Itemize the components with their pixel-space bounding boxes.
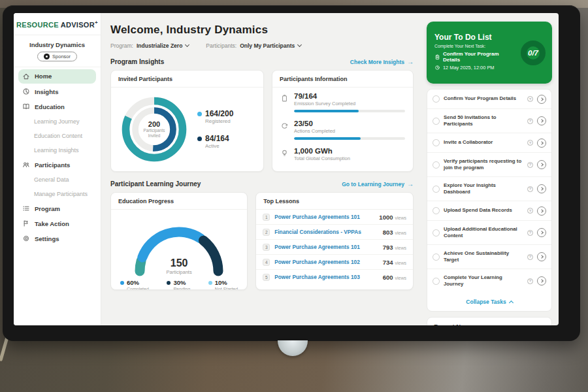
task-checkbox[interactable]: [433, 253, 440, 261]
arrow-right-icon: →: [407, 180, 414, 188]
arrow-right-icon: →: [407, 58, 414, 65]
sidebar-item-settings[interactable]: Settings: [14, 231, 101, 246]
participants-filter-label: Participants:: [206, 42, 237, 49]
task-checkbox[interactable]: [433, 278, 440, 285]
legend-completed: 60% Completed: [120, 280, 149, 290]
todo-progress-ring: 0/7: [521, 41, 546, 65]
consumption-stat: 1,000 GWh Total Global Consumption: [272, 142, 413, 164]
actions-completed-stat: 23/50 Actions Completed: [272, 115, 413, 142]
sidebar-item-program[interactable]: Program: [14, 201, 101, 216]
task-chevron-button[interactable]: [537, 252, 546, 261]
program-filter-label: Program:: [110, 42, 133, 49]
lesson-link[interactable]: Financial Considerations - VPPAs: [274, 229, 382, 235]
task-checkbox[interactable]: [433, 161, 440, 169]
lesson-row[interactable]: 3 Power Purchase Agreements 101 793views: [256, 240, 413, 255]
lesson-link[interactable]: Power Purchase Agreements 101: [274, 244, 382, 250]
task-row[interactable]: Confirm Your Program Details ?: [427, 90, 551, 109]
info-icon: ?: [527, 186, 533, 192]
education-progress-card: Education Progress 150 Participants 60% …: [110, 192, 248, 290]
clock-icon: [434, 65, 440, 71]
lesson-row[interactable]: 2 Financial Considerations - VPPAs 803vi…: [256, 225, 413, 240]
task-checkbox[interactable]: [433, 118, 440, 125]
invited-participants-title: Invited Participants: [111, 71, 263, 88]
invited-donut-chart: 200 Participants Invited: [116, 91, 192, 167]
todo-task-list: Confirm Your Program Details ? Send 50 I…: [427, 89, 552, 312]
task-row[interactable]: Invite a Collaborator ?: [427, 133, 551, 153]
task-row[interactable]: Explore Your Insights Dashboard ?: [427, 177, 551, 201]
sidebar-item-learning-journey[interactable]: Learning Journey: [14, 114, 101, 129]
todo-title: Your To Do List: [434, 33, 517, 42]
info-icon: ?: [527, 208, 533, 214]
info-icon: ?: [527, 140, 533, 146]
sidebar-item-education-content[interactable]: Education Content: [14, 129, 101, 143]
task-row[interactable]: Upload Additional Educational Content ?: [427, 221, 551, 245]
gauge-center-label: Participants: [123, 269, 235, 275]
brand-primary: RESOURCE: [16, 21, 59, 29]
go-to-learning-journey-link[interactable]: Go to Learning Journey →: [342, 180, 414, 188]
task-chevron-button[interactable]: [537, 184, 546, 193]
task-chevron-button[interactable]: [537, 276, 546, 286]
participants-filter[interactable]: Participants: Only My Participants: [206, 42, 301, 49]
task-checkbox[interactable]: [433, 207, 440, 214]
task-chevron-button[interactable]: [537, 160, 546, 169]
education-gauge-chart: 150 Participants: [123, 215, 235, 275]
task-chevron-button[interactable]: [537, 139, 546, 148]
info-icon: ?: [527, 96, 533, 102]
task-row[interactable]: Achieve One Sustainability Target ?: [427, 245, 551, 269]
sidebar-item-take-action[interactable]: Take Action: [14, 216, 101, 231]
top-lessons-title: Top Lessons: [256, 193, 413, 210]
program-insights-title: Program Insights: [110, 58, 164, 65]
task-row[interactable]: Upload Spend Data Records ?: [427, 201, 551, 221]
education-icon: [22, 103, 30, 110]
pending-dot-icon: [167, 281, 171, 285]
info-icon: ?: [527, 162, 533, 168]
sidebar-item-manage-participants[interactable]: Manage Participants: [14, 187, 101, 201]
task-chevron-button[interactable]: [537, 116, 546, 125]
lesson-rank: 4: [263, 259, 270, 266]
program-filter[interactable]: Program: Industrialize Zero: [110, 42, 189, 49]
participants-information-title: Participants Information: [272, 71, 413, 88]
task-row[interactable]: Verify participants requesting to join t…: [427, 153, 551, 177]
info-icon: ?: [527, 278, 533, 284]
task-chevron-button[interactable]: [537, 206, 546, 216]
lesson-row[interactable]: 4 Power Purchase Agreements 102 734views: [256, 255, 413, 270]
filter-bar: Program: Industrialize Zero Participants…: [110, 42, 414, 49]
task-chevron-button[interactable]: [537, 95, 546, 104]
sidebar-item-learning-insights[interactable]: Learning Insights: [14, 143, 101, 157]
todo-progress-value: 0/7: [528, 49, 538, 57]
page-title: Welcome, Industry Dynamics: [110, 24, 414, 37]
task-checkbox[interactable]: [433, 186, 440, 193]
check-more-insights-link[interactable]: Check More Insights →: [350, 58, 414, 65]
task-row[interactable]: Send 50 Invitations to Participants ?: [427, 109, 551, 133]
lesson-link[interactable]: Power Purchase Agreements 101: [274, 214, 379, 220]
sidebar-item-education[interactable]: Education: [14, 99, 101, 114]
lesson-link[interactable]: Power Purchase Agreements 103: [274, 274, 382, 280]
sponsor-label: Sponsor: [52, 54, 71, 59]
task-checkbox[interactable]: [433, 229, 440, 237]
legend-not-started: 10% Not Started: [208, 280, 238, 290]
lesson-row[interactable]: 1 Power Purchase Agreements 101 1000view…: [256, 210, 413, 225]
sidebar-item-general-data[interactable]: General Data: [14, 172, 101, 187]
emission-survey-stat: 79/164 Emission Survey Completed: [272, 88, 413, 115]
lesson-rank: 5: [263, 274, 270, 281]
invited-participants-card: Invited Participants 200: [110, 70, 264, 172]
lesson-link[interactable]: Power Purchase Agreements 102: [274, 259, 382, 265]
sidebar-item-insights[interactable]: Insights: [14, 84, 101, 99]
emission-progress-bar: [294, 110, 405, 112]
learning-journey-title: Participant Learning Journey: [110, 180, 201, 188]
collapse-tasks-link[interactable]: Collapse Tasks: [427, 293, 551, 311]
task-chevron-button[interactable]: [537, 228, 546, 237]
org-name: Industry Dynamics: [14, 41, 101, 48]
sidebar-item-participants[interactable]: Participants: [14, 157, 101, 172]
lesson-row[interactable]: 5 Power Purchase Agreements 103 600views: [256, 270, 413, 284]
info-icon: ?: [527, 254, 533, 260]
todo-panel: Your To Do List Complete Your Next Task:…: [423, 13, 559, 325]
sidebar-item-home[interactable]: Home: [18, 69, 96, 84]
registered-dot-icon: [197, 112, 202, 116]
task-checkbox[interactable]: [433, 95, 440, 103]
task-row[interactable]: Complete Your Learning Journey ?: [427, 269, 551, 293]
task-checkbox[interactable]: [433, 139, 440, 146]
recent-news-card: Recent News: [427, 317, 552, 325]
clipboard-icon: [434, 54, 440, 60]
todo-summary-card: Your To Do List Complete Your Next Task:…: [427, 22, 552, 84]
